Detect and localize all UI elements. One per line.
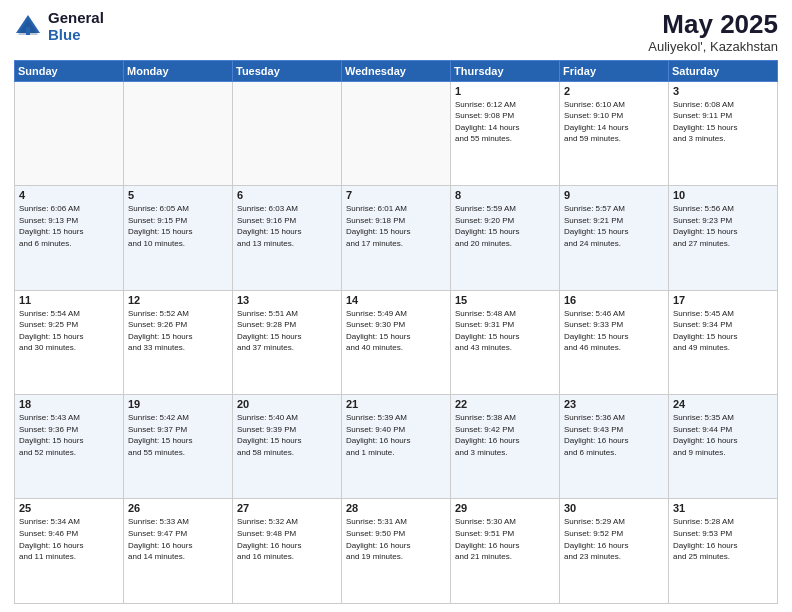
table-row: 16Sunrise: 5:46 AM Sunset: 9:33 PM Dayli… (560, 290, 669, 394)
day-number: 7 (346, 189, 446, 201)
day-info: Sunrise: 6:10 AM Sunset: 9:10 PM Dayligh… (564, 99, 664, 145)
day-number: 24 (673, 398, 773, 410)
header-tuesday: Tuesday (233, 60, 342, 81)
day-number: 23 (564, 398, 664, 410)
day-info: Sunrise: 5:42 AM Sunset: 9:37 PM Dayligh… (128, 412, 228, 458)
day-number: 16 (564, 294, 664, 306)
table-row: 4Sunrise: 6:06 AM Sunset: 9:13 PM Daylig… (15, 186, 124, 290)
table-row: 5Sunrise: 6:05 AM Sunset: 9:15 PM Daylig… (124, 186, 233, 290)
table-row: 29Sunrise: 5:30 AM Sunset: 9:51 PM Dayli… (451, 499, 560, 604)
header-sunday: Sunday (15, 60, 124, 81)
table-row: 7Sunrise: 6:01 AM Sunset: 9:18 PM Daylig… (342, 186, 451, 290)
table-row: 30Sunrise: 5:29 AM Sunset: 9:52 PM Dayli… (560, 499, 669, 604)
table-row: 31Sunrise: 5:28 AM Sunset: 9:53 PM Dayli… (669, 499, 778, 604)
month-year: May 2025 (648, 10, 778, 39)
table-row: 10Sunrise: 5:56 AM Sunset: 9:23 PM Dayli… (669, 186, 778, 290)
header-monday: Monday (124, 60, 233, 81)
day-number: 21 (346, 398, 446, 410)
day-info: Sunrise: 5:33 AM Sunset: 9:47 PM Dayligh… (128, 516, 228, 562)
day-number: 29 (455, 502, 555, 514)
day-info: Sunrise: 5:38 AM Sunset: 9:42 PM Dayligh… (455, 412, 555, 458)
day-info: Sunrise: 5:29 AM Sunset: 9:52 PM Dayligh… (564, 516, 664, 562)
table-row: 26Sunrise: 5:33 AM Sunset: 9:47 PM Dayli… (124, 499, 233, 604)
table-row: 6Sunrise: 6:03 AM Sunset: 9:16 PM Daylig… (233, 186, 342, 290)
table-row: 1Sunrise: 6:12 AM Sunset: 9:08 PM Daylig… (451, 81, 560, 185)
table-row: 2Sunrise: 6:10 AM Sunset: 9:10 PM Daylig… (560, 81, 669, 185)
day-number: 19 (128, 398, 228, 410)
day-number: 1 (455, 85, 555, 97)
weekday-header-row: Sunday Monday Tuesday Wednesday Thursday… (15, 60, 778, 81)
day-number: 28 (346, 502, 446, 514)
day-info: Sunrise: 5:28 AM Sunset: 9:53 PM Dayligh… (673, 516, 773, 562)
day-number: 14 (346, 294, 446, 306)
table-row (124, 81, 233, 185)
day-number: 27 (237, 502, 337, 514)
table-row: 11Sunrise: 5:54 AM Sunset: 9:25 PM Dayli… (15, 290, 124, 394)
table-row: 14Sunrise: 5:49 AM Sunset: 9:30 PM Dayli… (342, 290, 451, 394)
day-number: 13 (237, 294, 337, 306)
table-row: 3Sunrise: 6:08 AM Sunset: 9:11 PM Daylig… (669, 81, 778, 185)
day-info: Sunrise: 5:31 AM Sunset: 9:50 PM Dayligh… (346, 516, 446, 562)
header: General Blue May 2025 Auliyekol', Kazakh… (14, 10, 778, 54)
table-row: 18Sunrise: 5:43 AM Sunset: 9:36 PM Dayli… (15, 395, 124, 499)
table-row: 12Sunrise: 5:52 AM Sunset: 9:26 PM Dayli… (124, 290, 233, 394)
logo-icon (14, 13, 42, 41)
day-info: Sunrise: 6:05 AM Sunset: 9:15 PM Dayligh… (128, 203, 228, 249)
day-number: 26 (128, 502, 228, 514)
table-row: 15Sunrise: 5:48 AM Sunset: 9:31 PM Dayli… (451, 290, 560, 394)
svg-rect-2 (26, 27, 30, 35)
header-saturday: Saturday (669, 60, 778, 81)
day-info: Sunrise: 5:59 AM Sunset: 9:20 PM Dayligh… (455, 203, 555, 249)
day-number: 31 (673, 502, 773, 514)
title-block: May 2025 Auliyekol', Kazakhstan (648, 10, 778, 54)
day-info: Sunrise: 5:54 AM Sunset: 9:25 PM Dayligh… (19, 308, 119, 354)
day-number: 8 (455, 189, 555, 201)
table-row: 24Sunrise: 5:35 AM Sunset: 9:44 PM Dayli… (669, 395, 778, 499)
table-row: 27Sunrise: 5:32 AM Sunset: 9:48 PM Dayli… (233, 499, 342, 604)
calendar-week-row: 4Sunrise: 6:06 AM Sunset: 9:13 PM Daylig… (15, 186, 778, 290)
logo-blue-text: Blue (48, 27, 104, 44)
day-number: 18 (19, 398, 119, 410)
day-number: 11 (19, 294, 119, 306)
day-info: Sunrise: 6:12 AM Sunset: 9:08 PM Dayligh… (455, 99, 555, 145)
day-number: 20 (237, 398, 337, 410)
day-info: Sunrise: 5:52 AM Sunset: 9:26 PM Dayligh… (128, 308, 228, 354)
day-info: Sunrise: 5:45 AM Sunset: 9:34 PM Dayligh… (673, 308, 773, 354)
table-row: 25Sunrise: 5:34 AM Sunset: 9:46 PM Dayli… (15, 499, 124, 604)
table-row: 22Sunrise: 5:38 AM Sunset: 9:42 PM Dayli… (451, 395, 560, 499)
day-number: 6 (237, 189, 337, 201)
day-number: 5 (128, 189, 228, 201)
location: Auliyekol', Kazakhstan (648, 39, 778, 54)
calendar-table: Sunday Monday Tuesday Wednesday Thursday… (14, 60, 778, 604)
page: General Blue May 2025 Auliyekol', Kazakh… (0, 0, 792, 612)
logo: General Blue (14, 10, 104, 43)
table-row: 21Sunrise: 5:39 AM Sunset: 9:40 PM Dayli… (342, 395, 451, 499)
table-row: 8Sunrise: 5:59 AM Sunset: 9:20 PM Daylig… (451, 186, 560, 290)
day-number: 3 (673, 85, 773, 97)
table-row: 19Sunrise: 5:42 AM Sunset: 9:37 PM Dayli… (124, 395, 233, 499)
day-number: 15 (455, 294, 555, 306)
day-info: Sunrise: 5:30 AM Sunset: 9:51 PM Dayligh… (455, 516, 555, 562)
table-row (15, 81, 124, 185)
table-row: 17Sunrise: 5:45 AM Sunset: 9:34 PM Dayli… (669, 290, 778, 394)
day-info: Sunrise: 5:36 AM Sunset: 9:43 PM Dayligh… (564, 412, 664, 458)
calendar-week-row: 1Sunrise: 6:12 AM Sunset: 9:08 PM Daylig… (15, 81, 778, 185)
calendar-week-row: 18Sunrise: 5:43 AM Sunset: 9:36 PM Dayli… (15, 395, 778, 499)
day-info: Sunrise: 5:40 AM Sunset: 9:39 PM Dayligh… (237, 412, 337, 458)
day-info: Sunrise: 5:35 AM Sunset: 9:44 PM Dayligh… (673, 412, 773, 458)
table-row: 9Sunrise: 5:57 AM Sunset: 9:21 PM Daylig… (560, 186, 669, 290)
day-number: 4 (19, 189, 119, 201)
day-info: Sunrise: 5:43 AM Sunset: 9:36 PM Dayligh… (19, 412, 119, 458)
table-row: 13Sunrise: 5:51 AM Sunset: 9:28 PM Dayli… (233, 290, 342, 394)
header-wednesday: Wednesday (342, 60, 451, 81)
day-number: 25 (19, 502, 119, 514)
table-row: 23Sunrise: 5:36 AM Sunset: 9:43 PM Dayli… (560, 395, 669, 499)
logo-general-text: General (48, 10, 104, 27)
day-info: Sunrise: 5:57 AM Sunset: 9:21 PM Dayligh… (564, 203, 664, 249)
day-number: 10 (673, 189, 773, 201)
day-info: Sunrise: 5:46 AM Sunset: 9:33 PM Dayligh… (564, 308, 664, 354)
table-row: 28Sunrise: 5:31 AM Sunset: 9:50 PM Dayli… (342, 499, 451, 604)
day-number: 17 (673, 294, 773, 306)
calendar-week-row: 11Sunrise: 5:54 AM Sunset: 9:25 PM Dayli… (15, 290, 778, 394)
calendar-week-row: 25Sunrise: 5:34 AM Sunset: 9:46 PM Dayli… (15, 499, 778, 604)
